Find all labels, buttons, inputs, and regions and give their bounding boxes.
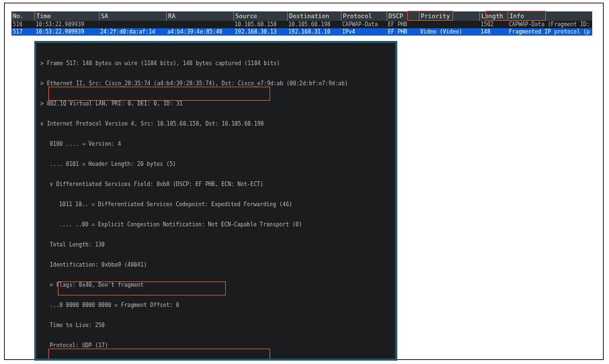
col-sa[interactable]: SA xyxy=(99,11,166,21)
tree-totlen: Total Length: 130 xyxy=(40,242,393,248)
col-no[interactable]: No. xyxy=(11,11,34,21)
col-dest[interactable]: Destination xyxy=(287,11,341,21)
tree-ethernet[interactable]: > Ethernet II, Src: Cisco_28:35:74 (a4:b… xyxy=(40,81,393,87)
tree-flags[interactable]: > Flags: 0x40, Don't fragment xyxy=(40,282,393,289)
tree-ipv4-version: 0100 .... = Version: 4 xyxy=(40,141,393,148)
packet-detail-tree[interactable]: > Frame 517: 148 bytes on wire (1184 bit… xyxy=(36,43,395,361)
col-len[interactable]: Length xyxy=(479,11,508,21)
tree-dscp-outer: 1011 10.. = Differentiated Services Code… xyxy=(40,201,393,208)
window-frame: No. Time SA RA Source Destination Protoc… xyxy=(4,3,604,360)
tree-frame[interactable]: > Frame 517: 148 bytes on wire (1184 bit… xyxy=(40,60,393,67)
tree-vlan[interactable]: > 802.1Q Virtual LAN, PRI: 0, DEI: 0, ID… xyxy=(40,101,393,107)
col-proto[interactable]: Protocol xyxy=(341,11,387,21)
tree-id: Identification: 0xbba9 (48041) xyxy=(40,262,393,269)
col-prio[interactable]: Priority xyxy=(419,11,479,21)
col-time[interactable]: Time xyxy=(34,11,99,21)
tree-ttl: Time to Live: 250 xyxy=(40,322,393,329)
packet-detail-pane[interactable]: > Frame 517: 148 bytes on wire (1184 bit… xyxy=(34,41,397,361)
tree-fragoff: ...0 0000 0000 0000 = Fragment Offset: 0 xyxy=(40,302,393,309)
tree-proto: Protocol: UDP (17) xyxy=(40,343,393,349)
col-source[interactable]: Source xyxy=(233,11,287,21)
tree-ipv4-outer[interactable]: v Internet Protocol Version 4, Src: 10.1… xyxy=(40,121,393,128)
tree-ecn-outer: .... ..00 = Explicit Congestion Notifica… xyxy=(40,222,393,228)
tree-ipv4-hlen: .... 0101 = Header Length: 20 bytes (5) xyxy=(40,161,393,168)
packet-list-header[interactable]: No. Time SA RA Source Destination Protoc… xyxy=(11,11,592,21)
packet-row-517-selected[interactable]: 517 10:53:22.989939 24:2f:d0:da:af:1d a4… xyxy=(11,28,592,36)
col-dscp[interactable]: DSCP xyxy=(387,11,419,21)
tree-dsfield-outer[interactable]: v Differentiated Services Field: 0xb8 (D… xyxy=(40,181,393,188)
col-info[interactable]: Info xyxy=(508,11,592,21)
col-ra[interactable]: RA xyxy=(166,11,233,21)
packet-row-516[interactable]: 516 10:53:22.989939 10.105.60.158 10.105… xyxy=(11,21,592,28)
